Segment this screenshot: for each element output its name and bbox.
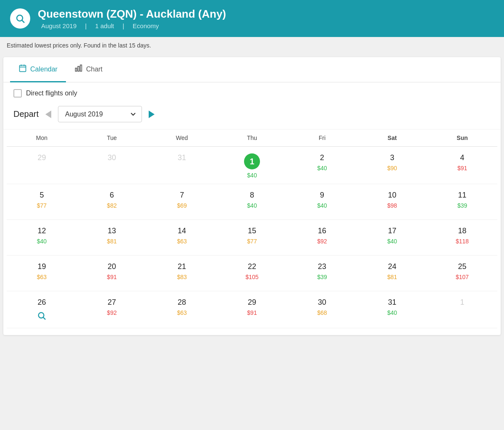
svg-point-9 — [39, 313, 44, 318]
cal-cell[interactable]: 23$39 — [287, 256, 357, 291]
main-card: Calendar Chart Direct flights only Depar… — [3, 57, 501, 335]
header: Queenstown (ZQN) - Auckland (Any) August… — [0, 0, 504, 37]
cal-cell[interactable]: 7$69 — [147, 184, 217, 220]
depart-label: Depart — [13, 109, 39, 119]
cal-price: $83 — [149, 274, 215, 280]
day-sat: Sat — [357, 135, 427, 141]
tab-calendar-label: Calendar — [30, 66, 58, 73]
cal-cell[interactable]: 21$83 — [147, 256, 217, 291]
cabin-label: Economy — [133, 22, 159, 29]
route-title: Queenstown (ZQN) - Auckland (Any) — [38, 8, 226, 21]
cal-cell[interactable]: 1$40 — [217, 147, 287, 184]
cal-cell[interactable]: 27$92 — [77, 291, 147, 328]
day-fri: Fri — [287, 135, 357, 141]
controls-area: Direct flights only Depart August 2019 S… — [3, 82, 501, 129]
cal-date: 27 — [108, 298, 116, 307]
cal-date: 19 — [37, 262, 46, 271]
next-month-button[interactable] — [149, 111, 155, 118]
svg-line-10 — [44, 317, 46, 319]
cal-cell[interactable]: 15$77 — [217, 220, 287, 256]
cal-cell[interactable]: 16$92 — [287, 220, 357, 256]
cal-date: 24 — [388, 262, 396, 271]
cal-price: $98 — [359, 202, 425, 209]
cal-date: 16 — [318, 227, 326, 235]
cal-price: $40 — [8, 238, 75, 245]
cal-date: 2 — [320, 153, 324, 162]
direct-flights-checkbox[interactable] — [13, 89, 22, 98]
svg-line-1 — [22, 21, 25, 23]
cal-cell: 29 — [7, 147, 77, 184]
cal-price: $68 — [289, 309, 355, 316]
cal-date: 9 — [320, 191, 324, 200]
cal-cell[interactable]: 26 — [7, 291, 77, 328]
cal-cell[interactable]: 12$40 — [7, 220, 77, 256]
cal-cell[interactable]: 24$81 — [357, 256, 427, 291]
prev-month-button[interactable] — [45, 111, 51, 118]
cal-cell[interactable]: 8$40 — [217, 184, 287, 220]
cal-cell[interactable]: 2$40 — [287, 147, 357, 184]
cal-cell[interactable]: 22$105 — [217, 256, 287, 291]
chart-icon — [74, 64, 83, 74]
tab-chart-label: Chart — [86, 66, 102, 73]
cal-price: $40 — [219, 202, 286, 209]
cal-price: $40 — [359, 238, 425, 245]
cal-cell[interactable]: 5$77 — [7, 184, 77, 220]
cal-price: $77 — [219, 238, 286, 245]
cal-cell[interactable]: 6$82 — [77, 184, 147, 220]
cal-date: 3 — [390, 153, 394, 162]
cal-cell[interactable]: 29$91 — [217, 291, 287, 328]
day-mon: Mon — [7, 135, 77, 141]
cal-date: 4 — [460, 153, 465, 162]
cal-price: $107 — [429, 274, 496, 280]
tab-calendar[interactable]: Calendar — [10, 57, 66, 82]
cal-cell[interactable]: 4$91 — [427, 147, 497, 184]
cal-date: 29 — [37, 153, 46, 162]
cal-date: 23 — [318, 262, 326, 271]
cal-date: 11 — [458, 191, 467, 200]
cal-cell[interactable]: 10$98 — [357, 184, 427, 220]
cal-cell[interactable]: 28$63 — [147, 291, 217, 328]
cal-date: 5 — [39, 191, 44, 200]
cal-cell[interactable]: 20$91 — [77, 256, 147, 291]
cal-price: $63 — [149, 238, 215, 245]
cal-date: 28 — [178, 298, 186, 307]
cal-cell[interactable]: 19$63 — [7, 256, 77, 291]
left-arrow-icon — [45, 111, 51, 118]
header-info: Queenstown (ZQN) - Auckland (Any) August… — [38, 8, 226, 29]
calendar-view: Mon Tue Wed Thu Fri Sat Sun 2930311$402$… — [3, 129, 501, 335]
cal-cell[interactable]: 25$107 — [427, 256, 497, 291]
cal-date: 15 — [248, 227, 256, 235]
cal-cell[interactable]: 9$40 — [287, 184, 357, 220]
month-navigation: Depart August 2019 September 2019 Octobe… — [13, 106, 491, 122]
cal-price: $39 — [429, 202, 496, 209]
day-tue: Tue — [77, 135, 147, 141]
cal-price: $105 — [219, 274, 286, 280]
cal-price: $92 — [79, 309, 145, 316]
cal-date: 26 — [37, 298, 46, 307]
cal-cell: 30 — [77, 147, 147, 184]
cal-price: $91 — [219, 309, 286, 316]
trip-details: August 2019 | 1 adult | Economy — [38, 22, 226, 29]
cal-date: 14 — [178, 227, 186, 235]
cal-cell[interactable]: 11$39 — [427, 184, 497, 220]
cal-cell[interactable]: 13$81 — [77, 220, 147, 256]
cal-cell[interactable]: 18$118 — [427, 220, 497, 256]
right-arrow-icon — [149, 111, 155, 118]
cal-price: $77 — [8, 202, 75, 209]
month-label: August 2019 — [41, 22, 76, 29]
cal-date: 8 — [250, 191, 254, 200]
tabs-bar: Calendar Chart — [3, 57, 501, 82]
cal-cell[interactable]: 3$90 — [357, 147, 427, 184]
cal-cell[interactable]: 14$63 — [147, 220, 217, 256]
cal-cell[interactable]: 30$68 — [287, 291, 357, 328]
svg-rect-6 — [75, 68, 76, 71]
cal-price: $40 — [289, 202, 355, 209]
month-selector[interactable]: August 2019 September 2019 October 2019 — [58, 106, 142, 122]
cal-date: 29 — [248, 298, 256, 307]
tab-chart[interactable]: Chart — [66, 57, 111, 82]
cal-cell[interactable]: 31$40 — [357, 291, 427, 328]
cal-date: 1 — [460, 298, 465, 307]
cal-price: $39 — [289, 274, 355, 280]
cal-cell[interactable]: 17$40 — [357, 220, 427, 256]
today-date: 1 — [244, 153, 260, 169]
